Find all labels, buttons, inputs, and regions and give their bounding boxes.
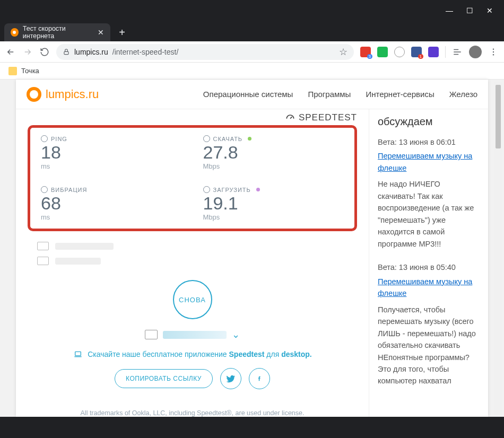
logo-icon <box>27 87 41 102</box>
site-logo[interactable]: lumpics.ru <box>27 87 99 102</box>
folder-icon <box>8 67 17 75</box>
window-minimize-button[interactable]: — <box>445 6 454 15</box>
upload-unit: Mbps <box>203 213 346 221</box>
test-again-button[interactable]: СНОВА <box>173 280 212 319</box>
nav-internet-services[interactable]: Интернет-сервисы <box>366 90 434 99</box>
bookmarks-bar: Точка <box>0 63 504 80</box>
desktop-app-promo[interactable]: Скачайте наше бесплатное приложение Spee… <box>73 350 311 358</box>
main-content: SPEEDTEST PING 18 ms СКАЧАТЬ 27.8 <box>16 109 369 417</box>
lock-icon <box>63 48 70 56</box>
browser-toolbar: lumpics.ru/internet-speed-test/ ☆ 3 1 <box>0 41 504 63</box>
scrollbar[interactable] <box>494 82 502 415</box>
jitter-unit: ms <box>41 213 184 221</box>
redacted-text <box>55 243 114 250</box>
browser-tab-strip: Тест скорости интернета ✕ + <box>0 21 504 41</box>
comment-link[interactable]: Перемешиваем музыку на флешке <box>378 276 480 300</box>
result-upload: ЗАГРУЗИТЬ 19.1 Mbps <box>193 179 355 229</box>
promo-target: desktop. <box>281 350 312 358</box>
browser-tab[interactable]: Тест скорости интернета ✕ <box>4 23 110 41</box>
comment-time: 13 июня в 05:40 <box>399 263 456 271</box>
laptop-icon <box>73 350 83 358</box>
twitter-icon <box>226 374 236 383</box>
nav-hardware[interactable]: Железо <box>449 90 477 99</box>
server-selector[interactable]: ⌄ <box>145 329 240 340</box>
address-bar[interactable]: lumpics.ru/internet-speed-test/ ☆ <box>56 44 354 60</box>
separator <box>445 46 446 58</box>
sidebar-comments: обсуждаем Вета: 13 июня в 06:01 Перемеши… <box>369 109 488 417</box>
comment-link[interactable]: Перемешиваем музыку на флешке <box>378 150 480 174</box>
svg-point-3 <box>493 54 494 55</box>
result-download: СКАЧАТЬ 27.8 Mbps <box>193 128 355 178</box>
device-icon <box>37 242 49 250</box>
logo-text: lumpics.ru <box>46 87 99 101</box>
svg-point-1 <box>493 48 494 49</box>
server-icon <box>145 330 158 339</box>
facebook-icon <box>257 374 262 383</box>
scroll-thumb[interactable] <box>496 85 501 148</box>
profile-avatar[interactable] <box>469 46 482 58</box>
promo-app: Speedtest <box>229 350 265 358</box>
sidebar-heading: обсуждаем <box>378 113 480 130</box>
list-item <box>37 239 357 253</box>
tab-close-icon[interactable]: ✕ <box>98 28 104 37</box>
share-facebook-button[interactable] <box>249 368 270 389</box>
list-item <box>37 253 357 268</box>
download-label: СКАЧАТЬ <box>203 135 346 142</box>
client-info <box>37 239 357 268</box>
comment-item: Вета: 13 июня в 05:40 Перемешиваем музык… <box>378 261 480 387</box>
legal-text: All trademarks of Ookla, LLC, including … <box>81 408 305 417</box>
comment-item: Вета: 13 июня в 06:01 Перемешиваем музык… <box>378 136 480 250</box>
ping-label: PING <box>41 135 184 142</box>
svg-rect-4 <box>75 352 81 355</box>
ping-value: 18 <box>41 143 184 161</box>
extension-icon[interactable] <box>428 47 439 57</box>
speedtest-brand-text: SPEEDTEST <box>299 112 357 123</box>
comment-body: Получается, чтобы перемешать музыку (все… <box>378 304 480 387</box>
copy-link-button[interactable]: КОПИРОВАТЬ ССЫЛКУ <box>115 369 213 388</box>
bookmark-star-icon[interactable]: ☆ <box>339 46 347 58</box>
new-tab-button[interactable]: + <box>115 25 129 40</box>
extension-icon[interactable] <box>394 47 405 57</box>
redacted-text <box>163 331 227 339</box>
window-close-button[interactable]: ✕ <box>485 6 494 15</box>
comment-body: Не надо НИЧЕГО скачивать! Так как воспро… <box>378 178 480 250</box>
nav-os[interactable]: Операционные системы <box>203 90 293 99</box>
redacted-text <box>55 258 101 265</box>
comment-author: Вета: <box>378 138 397 146</box>
tab-title: Тест скорости интернета <box>23 25 93 40</box>
forward-button[interactable] <box>22 47 33 57</box>
comment-time: 13 июня в 06:01 <box>399 138 456 146</box>
nav-programs[interactable]: Программы <box>308 90 351 99</box>
extension-icon[interactable] <box>377 47 388 57</box>
chevron-down-icon: ⌄ <box>232 329 240 340</box>
result-ping: PING 18 ms <box>30 128 193 178</box>
device-icon <box>37 257 49 265</box>
ping-unit: ms <box>41 162 184 170</box>
upload-indicator-icon <box>256 188 260 191</box>
extension-icon[interactable]: 3 <box>360 47 371 57</box>
back-button[interactable] <box>5 47 16 57</box>
promo-text: для <box>264 350 281 358</box>
download-indicator-icon <box>248 137 251 141</box>
share-twitter-button[interactable] <box>220 368 241 389</box>
window-titlebar: — ☐ ✕ <box>0 0 504 21</box>
reading-list-icon[interactable] <box>452 47 463 57</box>
download-unit: Mbps <box>203 162 346 170</box>
tab-favicon-icon <box>11 28 19 37</box>
jitter-value: 68 <box>41 194 184 212</box>
site-header: lumpics.ru Операционные системы Программ… <box>16 80 488 109</box>
jitter-label: ВИБРАЦИЯ <box>41 186 184 193</box>
url-path: /internet-speed-test/ <box>112 48 179 56</box>
reload-button[interactable] <box>39 47 50 57</box>
browser-menu-icon[interactable] <box>488 47 499 57</box>
window-maximize-button[interactable]: ☐ <box>465 6 474 15</box>
download-value: 27.8 <box>203 143 346 161</box>
svg-rect-0 <box>64 51 68 54</box>
result-jitter: ВИБРАЦИЯ 68 ms <box>30 179 193 229</box>
extension-icon[interactable]: 1 <box>411 47 422 57</box>
upload-value: 19.1 <box>203 194 346 212</box>
comment-author: Вета: <box>378 263 397 271</box>
gauge-icon <box>285 112 296 123</box>
page-viewport: lumpics.ru Операционные системы Программ… <box>0 80 504 417</box>
bookmark-item[interactable]: Точка <box>21 67 39 75</box>
